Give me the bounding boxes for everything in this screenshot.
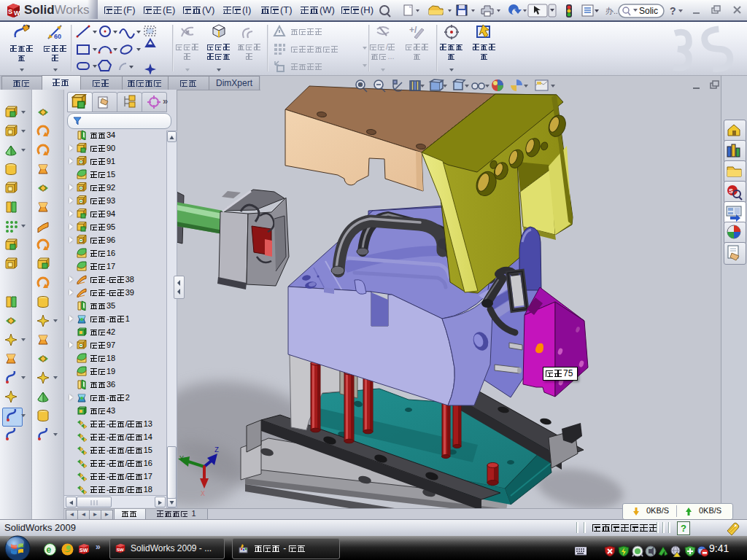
svg-text:办..: 办.. [605, 7, 618, 15]
svg-text:60: 60 [54, 33, 61, 40]
svg-text:Solic: Solic [639, 6, 658, 16]
svg-text:!: ! [680, 553, 681, 558]
svg-text:W: W [14, 9, 20, 17]
svg-text:+/: +/ [409, 25, 417, 35]
svg-text:?: ? [670, 5, 676, 17]
svg-text:SW: SW [117, 547, 124, 552]
svg-text:Y: Y [179, 455, 184, 463]
svg-text:X: X [201, 490, 205, 498]
svg-text:e: e [47, 545, 52, 555]
svg-text:S: S [8, 8, 12, 15]
svg-text:Z: Z [214, 446, 219, 454]
svg-text:SW: SW [80, 548, 88, 553]
